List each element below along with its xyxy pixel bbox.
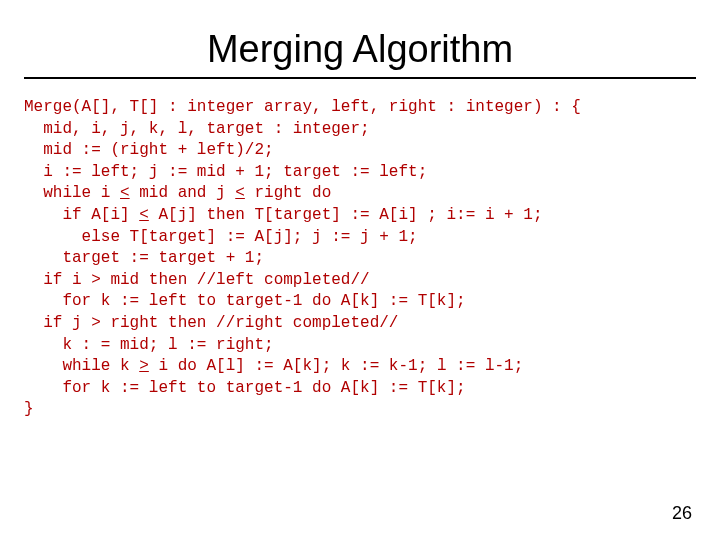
- code-line-12b: i do A[l] := A[k]; k := k-1; l := l-1;: [149, 357, 523, 375]
- le-op-2: <: [235, 184, 245, 202]
- code-line-13: for k := left to target-1 do A[k] := T[k…: [24, 379, 466, 397]
- code-line-7: target := target + 1;: [24, 249, 264, 267]
- code-line-8: if i > mid then //left completed//: [24, 271, 370, 289]
- code-line-5a: if A[i]: [24, 206, 139, 224]
- code-line-14: }: [24, 400, 34, 418]
- code-line-4c: right do: [245, 184, 331, 202]
- le-op-1: <: [120, 184, 130, 202]
- code-line-4b: mid and j: [130, 184, 236, 202]
- code-block: Merge(A[], T[] : integer array, left, ri…: [24, 97, 696, 421]
- ge-op-1: >: [139, 357, 149, 375]
- code-line-5b: A[j] then T[target] := A[i] ; i:= i + 1;: [149, 206, 543, 224]
- code-line-0: Merge(A[], T[] : integer array, left, ri…: [24, 98, 581, 116]
- slide: Merging Algorithm Merge(A[], T[] : integ…: [0, 0, 720, 540]
- code-line-11: k : = mid; l := right;: [24, 336, 274, 354]
- slide-title: Merging Algorithm: [24, 28, 696, 71]
- code-line-2: mid := (right + left)/2;: [24, 141, 274, 159]
- code-line-3: i := left; j := mid + 1; target := left;: [24, 163, 427, 181]
- title-rule: [24, 77, 696, 79]
- code-line-6: else T[target] := A[j]; j := j + 1;: [24, 228, 418, 246]
- page-number: 26: [672, 503, 692, 524]
- le-op-3: <: [139, 206, 149, 224]
- code-line-1: mid, i, j, k, l, target : integer;: [24, 120, 370, 138]
- code-line-9: for k := left to target-1 do A[k] := T[k…: [24, 292, 466, 310]
- code-line-12a: while k: [24, 357, 139, 375]
- code-line-10: if j > right then //right completed//: [24, 314, 398, 332]
- code-line-4a: while i: [24, 184, 120, 202]
